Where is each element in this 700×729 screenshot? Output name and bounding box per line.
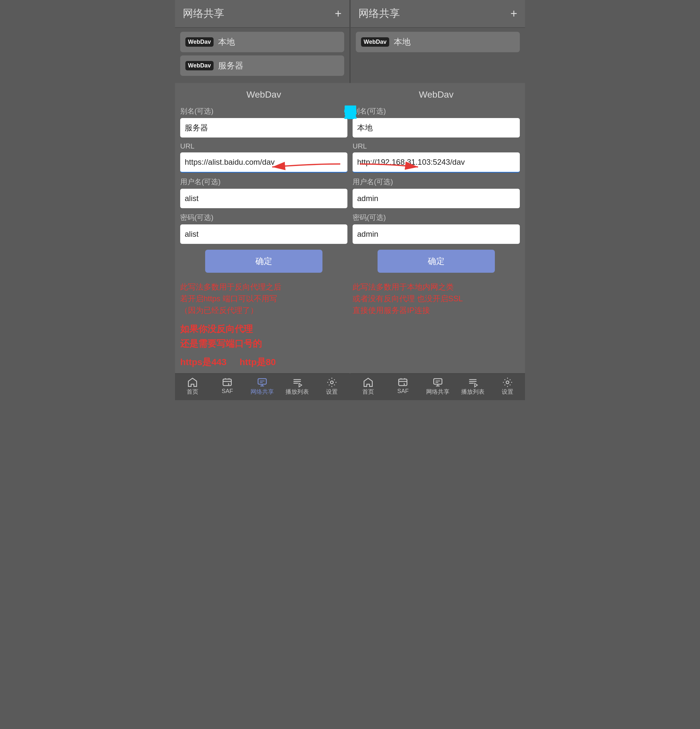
left-annotation-line2: 若开启https 端口可以不用写 <box>180 293 348 305</box>
right-header-panel: 网络共享 + <box>350 0 525 28</box>
left-nav-settings[interactable]: 设置 <box>314 377 349 396</box>
http-note: http是80 <box>239 355 276 370</box>
left-url-label: URL <box>180 142 348 151</box>
left-annotation-line4: 如果你没反向代理 <box>180 322 348 337</box>
right-connection-local[interactable]: WebDav 本地 <box>356 32 520 52</box>
right-url-group: URL <box>352 142 520 173</box>
svg-rect-6 <box>433 379 442 384</box>
right-panel-title: 网络共享 <box>358 6 400 21</box>
left-alias-input[interactable] <box>180 118 348 138</box>
settings-icon-left <box>326 377 338 388</box>
left-password-group: 密码(可选) <box>180 213 348 244</box>
left-form: WebDav 别名(可选) URL 用户名(可选) 密码(可选) 确定 <box>180 90 348 273</box>
left-nav-playlist-label: 播放列表 <box>286 388 309 396</box>
connection-lists: WebDav 本地 WebDav 服务器 WebDav 本地 <box>175 28 525 83</box>
right-connection-list: WebDav 本地 <box>350 28 525 83</box>
right-nav-settings[interactable]: 设置 <box>490 377 525 396</box>
saf-icon-right <box>397 377 408 388</box>
svg-rect-2 <box>258 379 267 384</box>
left-panel-title: 网络共享 <box>183 6 224 21</box>
right-nav-home-label: 首页 <box>362 388 374 396</box>
left-add-button[interactable]: + <box>335 8 342 19</box>
left-webdav-badge-server: WebDav <box>186 61 213 70</box>
right-password-group: 密码(可选) <box>352 213 520 244</box>
bottom-annotations: 此写法多数用于反向代理之后 若开启https 端口可以不用写 （因为已经反代理了… <box>175 278 525 354</box>
left-password-label: 密码(可选) <box>180 213 348 222</box>
left-panel-header: 网络共享 + <box>175 0 349 27</box>
right-alias-label: 别名(可选) <box>352 106 520 116</box>
left-connection-server[interactable]: WebDav 服务器 <box>180 55 344 76</box>
right-add-button[interactable]: + <box>510 8 517 19</box>
left-annotation-line1: 此写法多数用于反向代理之后 <box>180 281 348 293</box>
right-connections: WebDav 本地 <box>351 28 525 60</box>
home-icon <box>187 377 198 388</box>
right-url-input[interactable] <box>352 152 520 173</box>
right-nav-home[interactable]: 首页 <box>351 377 386 396</box>
left-connection-name-local: 本地 <box>218 36 235 48</box>
right-username-input[interactable] <box>352 189 520 208</box>
right-nav-saf-label: SAF <box>397 388 409 395</box>
left-username-group: 用户名(可选) <box>180 177 348 208</box>
left-url-input[interactable] <box>180 152 348 173</box>
right-annotation: 此写法多数用于本地内网之类 或者没有反向代理 也没开启SSL 直接使用服务器IP… <box>352 281 520 351</box>
left-nav-saf-label: SAF <box>222 388 233 395</box>
left-annotation: 此写法多数用于反向代理之后 若开启https 端口可以不用写 （因为已经反代理了… <box>180 281 348 351</box>
playlist-icon-left <box>292 377 303 388</box>
https-note: https是443 <box>180 355 226 370</box>
header-section: 网络共享 + 网络共享 + <box>175 0 525 28</box>
left-connection-list: WebDav 本地 WebDav 服务器 <box>175 28 349 83</box>
right-password-input[interactable] <box>352 224 520 244</box>
left-connection-name-server: 服务器 <box>218 60 243 71</box>
svg-point-8 <box>506 381 509 384</box>
left-connection-local[interactable]: WebDav 本地 <box>180 32 344 52</box>
network-icon-right <box>432 377 443 388</box>
left-confirm-button[interactable]: 确定 <box>205 250 322 273</box>
svg-marker-3 <box>299 383 302 387</box>
left-username-label: 用户名(可选) <box>180 177 348 187</box>
left-url-group: URL <box>180 142 348 173</box>
left-alias-label: 别名(可选) <box>180 106 348 116</box>
svg-rect-1 <box>223 379 232 386</box>
right-url-label: URL <box>352 142 520 151</box>
svg-point-4 <box>330 381 333 384</box>
right-webdav-badge-local: WebDav <box>361 37 389 47</box>
port-notes: https是443 http是80 <box>175 354 525 373</box>
left-header-panel: 网络共享 + <box>175 0 349 28</box>
left-username-input[interactable] <box>180 189 348 208</box>
right-panel-header: 网络共享 + <box>351 0 525 27</box>
right-nav: 首页 SAF 网络共享 <box>350 373 525 400</box>
settings-icon-right <box>502 377 513 388</box>
right-confirm-button[interactable]: 确定 <box>378 250 494 273</box>
left-nav-home[interactable]: 首页 <box>175 377 210 396</box>
right-alias-input[interactable] <box>352 118 520 138</box>
left-alias-group: 别名(可选) <box>180 106 348 138</box>
right-nav-network[interactable]: 网络共享 <box>420 377 455 396</box>
right-username-group: 用户名(可选) <box>352 177 520 208</box>
left-nav: 首页 SAF 网络共享 <box>175 373 349 400</box>
right-nav-network-label: 网络共享 <box>426 388 449 396</box>
right-nav-saf[interactable]: SAF <box>386 377 421 396</box>
right-password-label: 密码(可选) <box>352 213 520 222</box>
right-connection-name-local: 本地 <box>394 36 411 48</box>
left-nav-network[interactable]: 网络共享 <box>245 377 280 396</box>
right-form-title: WebDav <box>352 90 520 100</box>
home-icon-right <box>362 377 374 388</box>
right-nav-settings-label: 设置 <box>501 388 513 396</box>
left-webdav-badge-local: WebDav <box>186 37 213 47</box>
left-form-title: WebDav <box>180 90 348 100</box>
left-nav-saf[interactable]: SAF <box>210 377 245 396</box>
network-icon-left <box>257 377 268 388</box>
left-nav-playlist[interactable]: 播放列表 <box>280 377 314 396</box>
saf-icon <box>222 377 233 388</box>
left-bottom-nav: 首页 SAF 网络共享 <box>175 373 349 400</box>
right-nav-playlist-label: 播放列表 <box>461 388 484 396</box>
right-alias-group: 别名(可选) <box>352 106 520 138</box>
right-form: WebDav 别名(可选) URL 用户名(可选) 密码(可选) 确定 <box>352 90 520 273</box>
right-annotation-line1: 此写法多数用于本地内网之类 <box>352 281 520 293</box>
left-nav-network-label: 网络共享 <box>251 388 274 396</box>
right-nav-playlist[interactable]: 播放列表 <box>455 377 490 396</box>
left-connections: WebDav 本地 WebDav 服务器 <box>175 28 349 83</box>
right-annotation-line3: 直接使用服务器IP连接 <box>352 305 520 316</box>
left-annotation-line5: 还是需要写端口号的 <box>180 337 348 351</box>
left-password-input[interactable] <box>180 224 348 244</box>
